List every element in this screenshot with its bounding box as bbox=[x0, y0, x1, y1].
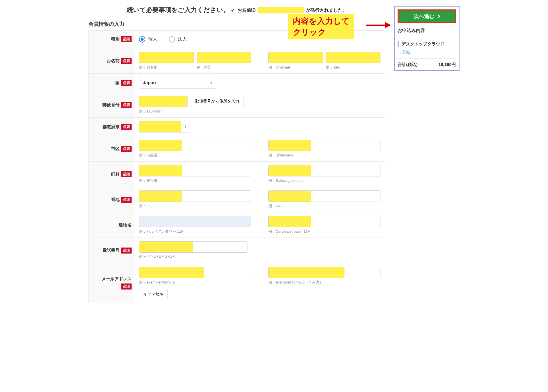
sidebar-item-title: デスクトップクラウド bbox=[398, 41, 456, 47]
label-phone: 電話番号 bbox=[102, 248, 120, 253]
onamae-id-label: お名前ID bbox=[237, 7, 256, 13]
label-building: 建物名 bbox=[119, 222, 132, 228]
required-badge: 必須 bbox=[121, 102, 132, 108]
radio-label: 法人 bbox=[178, 36, 187, 42]
hint: 例：セルリアンタワー 11F bbox=[139, 229, 251, 234]
address-en-input[interactable] bbox=[268, 190, 380, 202]
label-type: 種別 bbox=[111, 37, 120, 42]
prefecture-select[interactable]: ▼ bbox=[139, 121, 190, 132]
hint: 例：090-XXXX-XXXX bbox=[139, 254, 247, 260]
label-town: 町村 bbox=[111, 172, 120, 177]
country-select[interactable]: Japan ▼ bbox=[139, 77, 216, 89]
radio-icon bbox=[169, 36, 175, 43]
hint: 例：26-1 bbox=[139, 204, 251, 209]
chevron-down-icon: ▼ bbox=[207, 77, 216, 88]
label-prefecture: 都道府県 bbox=[102, 124, 120, 130]
radio-icon bbox=[139, 36, 145, 43]
city-ja-input[interactable] bbox=[139, 140, 251, 151]
email-input[interactable] bbox=[139, 267, 251, 278]
required-badge: 必須 bbox=[121, 58, 132, 64]
autofill-address-button[interactable]: 郵便番号から住所を入力 bbox=[191, 96, 243, 107]
town-ja-input[interactable] bbox=[139, 165, 251, 176]
building-ja-input[interactable] bbox=[139, 216, 251, 227]
hint: 例：太郎 bbox=[197, 65, 251, 70]
callout-annotation: 内容を入力して クリック bbox=[288, 14, 354, 39]
arrow-annotation bbox=[366, 22, 392, 28]
hint: 例：example@gmo.jp bbox=[139, 280, 251, 285]
label-city: 市区 bbox=[111, 146, 120, 152]
label-postal: 郵便番号 bbox=[102, 102, 120, 108]
sidebar-title: お申込み内容 bbox=[398, 28, 456, 34]
radio-corporate[interactable]: 法人 bbox=[169, 36, 187, 43]
hint: 例：Shibuya-ku bbox=[268, 153, 380, 158]
required-badge: 必須 bbox=[121, 146, 132, 152]
hint: 例：26-1 bbox=[268, 204, 380, 209]
sidebar: 次へ進む お申込み内容 デスクトップクラウド ⌄ 詳細 合計(税込) 19,36… bbox=[394, 6, 460, 71]
city-en-input[interactable] bbox=[268, 140, 380, 151]
label-country: 国 bbox=[115, 80, 120, 86]
header-instruction: 続いて必要事項をご入力ください。 bbox=[127, 6, 229, 14]
email-confirm-input[interactable] bbox=[268, 267, 380, 278]
hint: 例：example@gmo.jp（再入力） bbox=[268, 280, 380, 285]
issued-suffix: が発行されました。 bbox=[306, 7, 347, 13]
hint: 例：Onamae bbox=[268, 65, 323, 70]
select-value bbox=[139, 121, 181, 132]
postal-input[interactable] bbox=[139, 96, 188, 107]
hint: 例：Cerulean Tower. 11F bbox=[268, 229, 380, 234]
issued-row: ✔ お名前ID が発行されました。 bbox=[231, 7, 347, 13]
label-address: 番地 bbox=[111, 197, 120, 202]
form-table: 種別 必須 個人 法人 bbox=[88, 30, 385, 303]
hint: 例：渋谷区 bbox=[139, 153, 251, 158]
label-email: メールアドレス bbox=[102, 276, 132, 282]
next-button[interactable]: 次へ進む bbox=[398, 9, 456, 23]
next-button-label: 次へ進む bbox=[414, 13, 434, 20]
total-label: 合計(税込) bbox=[398, 62, 418, 67]
detail-link-label: 詳細 bbox=[403, 50, 410, 55]
hint: 例：Taro bbox=[326, 65, 381, 70]
required-badge: 必須 bbox=[121, 171, 132, 177]
chevron-down-icon: ▼ bbox=[181, 121, 190, 132]
hint: 例：123-4567 bbox=[139, 109, 188, 114]
required-badge: 必須 bbox=[121, 248, 132, 254]
total-value: 19,360円 bbox=[438, 62, 456, 67]
required-badge: 必須 bbox=[121, 197, 132, 203]
phone-input[interactable] bbox=[139, 241, 247, 253]
name-mei-input[interactable] bbox=[197, 52, 251, 63]
hint: 例：Sakuragaokacho bbox=[268, 178, 380, 183]
label-name: お名前 bbox=[107, 58, 120, 64]
radio-label: 個人 bbox=[148, 36, 157, 42]
required-badge: 必須 bbox=[121, 80, 132, 86]
chevron-right-icon bbox=[437, 15, 440, 18]
select-value: Japan bbox=[139, 77, 207, 88]
cancel-button[interactable]: キャンセル bbox=[139, 289, 168, 299]
required-badge: 必須 bbox=[121, 284, 132, 290]
chevron-down-icon: ⌄ bbox=[399, 51, 402, 54]
hint: 例：お名前 bbox=[139, 65, 194, 70]
name-sei-input[interactable] bbox=[139, 52, 194, 63]
required-badge: 必須 bbox=[121, 124, 132, 130]
hint: 例：桜丘町 bbox=[139, 178, 251, 183]
building-en-input[interactable] bbox=[268, 216, 380, 227]
name-mei-en-input[interactable] bbox=[326, 52, 381, 63]
address-ja-input[interactable] bbox=[139, 190, 251, 202]
onamae-id-value bbox=[258, 7, 304, 13]
detail-link[interactable]: ⌄ 詳細 bbox=[399, 50, 410, 55]
required-badge: 必須 bbox=[121, 36, 132, 42]
name-sei-en-input[interactable] bbox=[268, 52, 323, 63]
town-en-input[interactable] bbox=[268, 165, 380, 176]
radio-individual[interactable]: 個人 bbox=[139, 36, 157, 43]
check-icon: ✔ bbox=[231, 7, 235, 13]
